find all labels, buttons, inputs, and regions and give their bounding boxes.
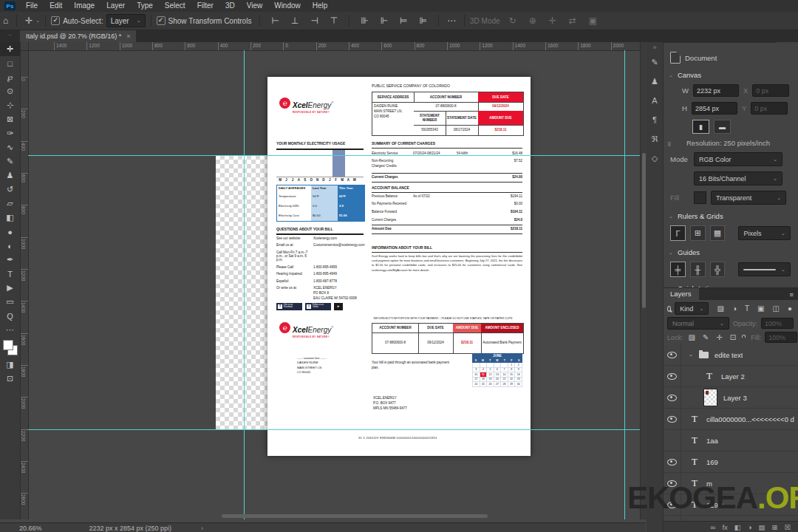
link-dimensions-icon[interactable]: ∞: [666, 142, 673, 146]
filter-toggle-icon[interactable]: ●: [786, 304, 794, 313]
canvas-area[interactable]: 1400120010008006004002000200400600800100…: [20, 42, 640, 519]
align-center-h-icon[interactable]: ⊥: [288, 16, 301, 26]
youtube-icon[interactable]: ▸: [334, 303, 343, 310]
panel-collapse-dots[interactable]: ..: [0, 30, 20, 42]
layer-name[interactable]: 1aa: [706, 437, 718, 445]
panel-menu-icon[interactable]: ≡: [785, 290, 798, 299]
menu-item[interactable]: Window: [268, 0, 307, 12]
zoom-level-field[interactable]: 20.66%: [19, 525, 42, 532]
character-panel-icon[interactable]: A: [647, 91, 663, 110]
collapse-panels-icon[interactable]: »: [647, 42, 663, 52]
bill-document-page[interactable]: PUBLIC SERVICE COMPANY OF COLORADO ℮ Xce…: [267, 77, 531, 456]
scrollbar-thumb[interactable]: [642, 153, 646, 308]
layers-tab[interactable]: Layers: [663, 288, 699, 300]
layer-row[interactable]: ⌄ T Layer 3: [663, 387, 798, 409]
toggle-pixel-grid-button[interactable]: ▦: [710, 225, 726, 241]
guide-horizontal[interactable]: [28, 155, 640, 156]
gradient-tool[interactable]: ◧: [0, 211, 20, 225]
layer-name[interactable]: Layer 3: [723, 394, 747, 402]
lock-guides-button[interactable]: ╫: [690, 262, 706, 277]
move-tool[interactable]: ✛: [0, 42, 20, 56]
quick-mask-button[interactable]: ◨: [0, 358, 20, 372]
visibility-toggle[interactable]: [663, 451, 681, 472]
guide-style-dropdown[interactable]: ⌄: [738, 262, 791, 276]
color-swatches[interactable]: [0, 338, 20, 358]
dodge-tool[interactable]: ◐: [0, 239, 20, 253]
toggle-rulers-button[interactable]: Γ: [670, 225, 686, 241]
visibility-toggle[interactable]: [663, 430, 681, 451]
guide-vertical[interactable]: [244, 50, 245, 519]
facebook-badge[interactable]: f Like us on Facebook: [276, 303, 302, 310]
layer-row[interactable]: ⌄ T Layer 2: [663, 366, 798, 387]
canvas-x-input[interactable]: [752, 84, 789, 97]
filter-shape-layers-icon[interactable]: ▣: [756, 304, 765, 313]
brush-tool[interactable]: ✎: [0, 154, 20, 168]
show-transform-checkbox[interactable]: ✓: [157, 16, 166, 25]
lock-paint-icon[interactable]: ✎: [701, 333, 710, 341]
layer-name[interactable]: edite text: [715, 351, 743, 359]
chevron-down-icon[interactable]: ⌄: [669, 72, 673, 78]
ruler-units-dropdown[interactable]: Pixels⌄: [738, 226, 791, 240]
distribute-center-icon[interactable]: ⊩: [378, 16, 391, 26]
menu-item[interactable]: Type: [131, 0, 159, 12]
history-brush-tool[interactable]: ↺: [0, 183, 20, 197]
menu-item[interactable]: View: [241, 0, 269, 12]
canvas-y-input[interactable]: [751, 102, 788, 115]
guide-horizontal[interactable]: [28, 429, 640, 430]
filter-smart-objects-icon[interactable]: ◫: [771, 304, 781, 313]
brush-settings-panel-icon[interactable]: ✎: [647, 52, 663, 72]
toggle-guides-button[interactable]: ╪: [670, 262, 686, 277]
fill-swatch[interactable]: [694, 191, 706, 204]
home-icon[interactable]: ⌂: [0, 16, 11, 26]
clear-guides-button[interactable]: ╬: [710, 262, 726, 277]
chevron-down-icon[interactable]: ⌄: [669, 250, 673, 256]
layer-row[interactable]: ⌄ T edite text: [663, 344, 798, 366]
layer-effects-icon[interactable]: fx: [722, 523, 727, 531]
type-tool[interactable]: T: [0, 267, 20, 281]
close-tab-icon[interactable]: ×: [126, 33, 130, 40]
rectangular-marquee-tool[interactable]: □: [0, 56, 20, 70]
distribute-left-icon[interactable]: ⊪: [358, 16, 371, 26]
pen-tool[interactable]: ✒: [0, 253, 20, 267]
lock-transparency-icon[interactable]: ▨: [687, 333, 697, 341]
clone-stamp-tool[interactable]: ♟: [0, 168, 20, 183]
auto-select-target-dropdown[interactable]: Layer ⌄: [106, 14, 146, 27]
align-right-icon[interactable]: ⊣: [307, 16, 321, 26]
screen-mode-button[interactable]: ⊡: [0, 372, 20, 386]
object-selection-tool[interactable]: ⊙: [0, 84, 20, 98]
menu-item[interactable]: 3D: [219, 0, 241, 12]
lasso-tool[interactable]: ℘: [0, 70, 20, 84]
menu-item[interactable]: Edit: [44, 0, 68, 12]
layer-name[interactable]: Layer 2: [721, 372, 745, 381]
canvas-width-input[interactable]: [693, 84, 739, 97]
visibility-toggle[interactable]: [663, 409, 681, 429]
auto-select-checkbox[interactable]: ✓: [51, 16, 60, 25]
group-expand-icon[interactable]: ⌄: [689, 352, 693, 358]
align-top-icon[interactable]: ⊤: [327, 16, 341, 26]
move-tool-icon[interactable]: ✛: [22, 16, 35, 26]
filter-adjustment-layers-icon[interactable]: ◑: [731, 304, 738, 313]
fill-input[interactable]: [765, 332, 797, 343]
frame-tool[interactable]: ⊠: [0, 112, 20, 126]
lock-artboard-icon[interactable]: ⊡: [729, 333, 737, 341]
menu-item[interactable]: Filter: [191, 0, 219, 12]
eyedropper-tool[interactable]: ✑: [0, 126, 20, 140]
link-layers-icon[interactable]: ∞: [711, 523, 716, 531]
menu-item[interactable]: Layer: [100, 0, 131, 12]
chevron-down-icon[interactable]: ⌄: [35, 18, 40, 24]
bit-depth-dropdown[interactable]: 16 Bits/Channel⌄: [694, 171, 782, 185]
blur-tool[interactable]: ●: [0, 225, 20, 239]
orientation-portrait-button[interactable]: ▮: [692, 120, 709, 134]
blend-mode-dropdown[interactable]: Normal⌄: [667, 317, 729, 330]
filter-type-layers-icon[interactable]: T: [743, 304, 751, 313]
more-options-icon[interactable]: ⋯: [444, 16, 459, 26]
foreground-color-swatch[interactable]: [3, 340, 13, 350]
visibility-toggle[interactable]: [663, 344, 681, 365]
layer-row[interactable]: ⌄ T 169: [663, 451, 798, 473]
eraser-tool[interactable]: ▱: [0, 197, 20, 211]
libraries-panel-icon[interactable]: ◇: [647, 149, 663, 168]
color-mode-dropdown[interactable]: RGB Color⌄: [694, 152, 782, 166]
document-tab[interactable]: Italy id.psd @ 20.7% (RGB/16) * ×: [20, 30, 136, 42]
lock-position-icon[interactable]: ✛: [715, 333, 723, 341]
layer-row[interactable]: ⌄ T cilla0000000...<<<<<<<<0 d: [663, 409, 798, 430]
